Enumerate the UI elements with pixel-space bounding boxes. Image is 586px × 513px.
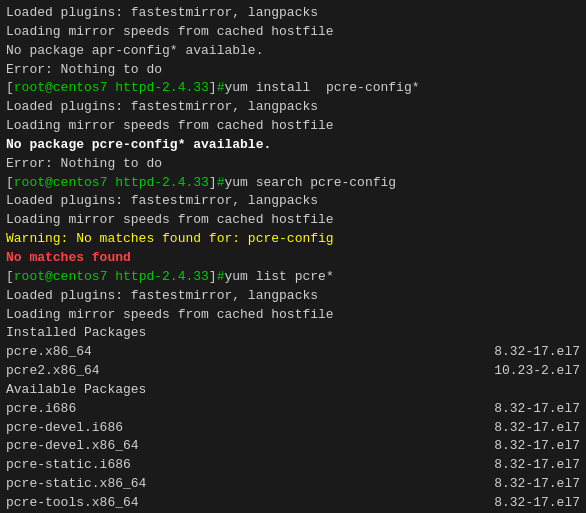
terminal-line: pcre-devel.i6868.32-17.el7: [6, 419, 580, 438]
terminal-line: Warning: No matches found for: pcre-conf…: [6, 230, 580, 249]
terminal-line: pcre.x86_648.32-17.el7: [6, 343, 580, 362]
terminal-line: No package pcre-config* available.: [6, 136, 580, 155]
terminal-line: [root@centos7 httpd-2.4.33]#yum install …: [6, 79, 580, 98]
terminal-line: [root@centos7 httpd-2.4.33]#yum list pcr…: [6, 268, 580, 287]
terminal-line: pcre.i6868.32-17.el7: [6, 400, 580, 419]
terminal-line: Loaded plugins: fastestmirror, langpacks: [6, 4, 580, 23]
terminal-line: Loaded plugins: fastestmirror, langpacks: [6, 287, 580, 306]
terminal-line: No package apr-config* available.: [6, 42, 580, 61]
terminal-line: Error: Nothing to do: [6, 155, 580, 174]
terminal-line: pcre2.x86_6410.23-2.el7: [6, 362, 580, 381]
terminal-line: pcre-static.x86_648.32-17.el7: [6, 475, 580, 494]
terminal-line: Available Packages: [6, 381, 580, 400]
terminal-line: Installed Packages: [6, 324, 580, 343]
terminal-line: Loading mirror speeds from cached hostfi…: [6, 211, 580, 230]
terminal-line: Loading mirror speeds from cached hostfi…: [6, 23, 580, 42]
terminal: Loaded plugins: fastestmirror, langpacks…: [0, 0, 586, 513]
terminal-line: pcre-devel.x86_648.32-17.el7: [6, 437, 580, 456]
terminal-line: Error: Nothing to do: [6, 61, 580, 80]
terminal-line: [root@centos7 httpd-2.4.33]#yum search p…: [6, 174, 580, 193]
terminal-line: Loading mirror speeds from cached hostfi…: [6, 306, 580, 325]
terminal-line: Loading mirror speeds from cached hostfi…: [6, 117, 580, 136]
terminal-line: pcre-tools.x86_648.32-17.el7: [6, 494, 580, 513]
terminal-line: Loaded plugins: fastestmirror, langpacks: [6, 98, 580, 117]
terminal-line: Loaded plugins: fastestmirror, langpacks: [6, 192, 580, 211]
terminal-line: No matches found: [6, 249, 580, 268]
terminal-line: pcre-static.i6868.32-17.el7: [6, 456, 580, 475]
